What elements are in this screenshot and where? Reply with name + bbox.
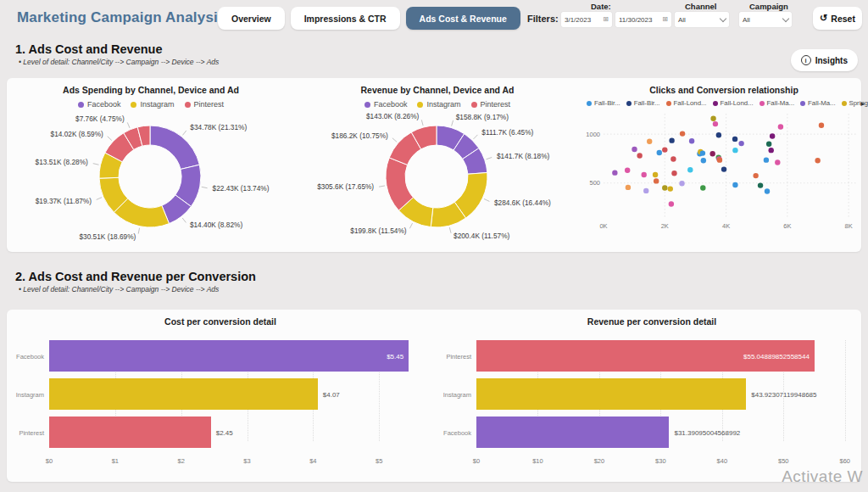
- scatter-point[interactable]: [680, 131, 685, 136]
- bar[interactable]: [49, 378, 318, 410]
- donut-data-label: $284.6K (16.44%): [494, 198, 551, 207]
- scatter-point[interactable]: [716, 132, 721, 137]
- scatter-point[interactable]: [721, 166, 726, 171]
- scatter-point[interactable]: [679, 181, 684, 186]
- x-axis-tick: $4: [309, 457, 316, 465]
- x-axis-tick: $50: [778, 457, 789, 465]
- bar[interactable]: [49, 417, 211, 448]
- scatter-point[interactable]: [778, 124, 783, 129]
- legend-item[interactable]: Fall-Lond...: [713, 99, 754, 107]
- scatter-point[interactable]: [815, 158, 820, 163]
- donut-legend: FacebookInstagramPinterest: [10, 100, 292, 109]
- legend-item[interactable]: Fall-Bir...: [587, 99, 620, 107]
- reset-label: Reset: [831, 14, 855, 24]
- legend-item[interactable]: Facebook: [364, 100, 408, 109]
- legend-dot-icon: [626, 101, 632, 106]
- scatter-point[interactable]: [766, 141, 771, 146]
- scatter-point[interactable]: [642, 172, 647, 177]
- scatter-point[interactable]: [700, 150, 705, 155]
- scatter-point[interactable]: [717, 157, 722, 162]
- x-axis: $0$1$2$3$4$5: [49, 455, 415, 467]
- x-axis-tick: $20: [594, 457, 605, 465]
- bar-plot: Pinterest$55.04889852558544Instagram$43.…: [437, 340, 866, 467]
- scatter-point[interactable]: [662, 147, 667, 152]
- scatter-point[interactable]: [671, 171, 676, 176]
- date-to-input[interactable]: 11/30/2023 ⊞: [615, 12, 671, 27]
- legend-item[interactable]: Instagram: [417, 100, 460, 109]
- scatter-point[interactable]: [689, 138, 694, 143]
- bar[interactable]: [476, 378, 746, 410]
- legend-item[interactable]: Facebook: [78, 100, 121, 109]
- legend-item[interactable]: Fall-Lond...: [666, 99, 707, 107]
- insights-label: Insights: [815, 56, 848, 65]
- legend-item[interactable]: Pinterest: [185, 100, 225, 109]
- scatter-point[interactable]: [713, 121, 718, 126]
- scatter-point[interactable]: [769, 148, 774, 153]
- legend-item[interactable]: Fall-Bir...: [626, 99, 660, 107]
- scatter-point[interactable]: [700, 185, 705, 190]
- scatter-point[interactable]: [662, 185, 667, 190]
- section2-title: 2. Ads Cost and Revenue per Conversion: [15, 270, 256, 283]
- label-leader-line: [474, 135, 478, 139]
- bar[interactable]: $5.45: [49, 340, 409, 372]
- scatter-point[interactable]: [765, 188, 770, 193]
- legend-next-icon[interactable]: ▸: [860, 99, 865, 108]
- bar[interactable]: [476, 417, 669, 448]
- scatter-point[interactable]: [775, 159, 780, 165]
- scatter-point[interactable]: [637, 153, 642, 158]
- scatter-point[interactable]: [669, 201, 674, 206]
- legend-dot-icon: [713, 101, 718, 106]
- scatter-point[interactable]: [710, 116, 715, 121]
- scatter-point[interactable]: [758, 182, 763, 187]
- category-label: Pinterest: [437, 352, 471, 360]
- legend-item[interactable]: Fall-Ma...: [800, 99, 836, 107]
- scatter-point[interactable]: [668, 186, 673, 191]
- scatter-point[interactable]: [643, 188, 648, 193]
- ads-spending-donut-chart: Ads Spending by Channel, Device and Ad F…: [10, 78, 292, 252]
- scatter-point[interactable]: [612, 170, 617, 175]
- legend-item[interactable]: Instagram: [131, 100, 174, 109]
- scatter-point[interactable]: [701, 158, 706, 163]
- scatter-point[interactable]: [657, 150, 662, 155]
- label-leader-line: [484, 198, 489, 201]
- scatter-point[interactable]: [669, 137, 674, 143]
- scatter-point[interactable]: [738, 141, 743, 146]
- scatter-point[interactable]: [654, 178, 659, 183]
- x-axis-tick: 2K: [661, 222, 669, 230]
- scatter-point[interactable]: [632, 147, 637, 152]
- tab-overview[interactable]: Overview: [218, 7, 285, 30]
- scatter-point[interactable]: [732, 148, 737, 153]
- label-leader-line: [127, 122, 130, 127]
- insights-button[interactable]: i Insights: [791, 49, 858, 71]
- x-axis-tick: $3: [243, 457, 250, 465]
- scatter-point[interactable]: [732, 137, 737, 142]
- scatter-point[interactable]: [670, 156, 676, 161]
- scatter-point[interactable]: [764, 157, 769, 162]
- donut-data-label: $30.51K (18.69%): [79, 232, 136, 241]
- page-title: Marketing Campaign Analysis: [17, 9, 226, 26]
- calendar-icon: ⊞: [662, 16, 668, 23]
- tab-impressions-ctr[interactable]: Impressions & CTR: [291, 7, 400, 30]
- legend-item[interactable]: Pinterest: [471, 100, 511, 109]
- scatter-point[interactable]: [753, 173, 758, 178]
- legend-item[interactable]: Fall-Ma...: [760, 99, 795, 107]
- donut-data-label: $199.8K (11.54%): [350, 226, 407, 235]
- campaign-select[interactable]: All: [739, 12, 792, 27]
- scatter-point[interactable]: [653, 172, 658, 177]
- label-leader-line: [487, 157, 492, 159]
- label-leader-line: [202, 187, 208, 187]
- scatter-point[interactable]: [709, 151, 715, 156]
- bar[interactable]: $55.04889852558544: [476, 340, 815, 372]
- scatter-point[interactable]: [687, 167, 693, 172]
- tab-ads-cost-revenue[interactable]: Ads Cost & Revenue: [406, 7, 520, 30]
- scatter-point[interactable]: [647, 139, 652, 144]
- channel-select[interactable]: All: [675, 12, 729, 27]
- date-from-input[interactable]: 3/1/2023 ⊞: [561, 12, 612, 27]
- donut-segment[interactable]: [150, 126, 199, 169]
- scatter-point[interactable]: [770, 133, 775, 138]
- scatter-point[interactable]: [819, 123, 824, 128]
- scatter-point[interactable]: [732, 182, 737, 187]
- reset-button[interactable]: ↺ Reset: [813, 7, 862, 30]
- scatter-point[interactable]: [626, 185, 631, 190]
- scatter-point[interactable]: [625, 168, 630, 173]
